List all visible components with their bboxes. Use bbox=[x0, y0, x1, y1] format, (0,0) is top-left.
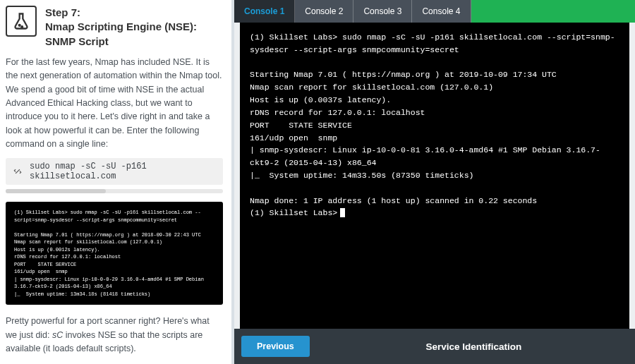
step-title-line1: Nmap Scripting Engine (NSE): bbox=[45, 20, 197, 32]
instructions-panel[interactable]: Step 7: Nmap Scripting Engine (NSE): SNM… bbox=[0, 0, 234, 364]
example-output: (1) Skillset Labs> sudo nmap -sC -sU -p1… bbox=[6, 202, 223, 305]
console-tab-bar: Console 1 Console 2 Console 3 Console 4 bbox=[234, 0, 635, 23]
command-scrollbar[interactable] bbox=[6, 189, 223, 193]
terminal[interactable]: (1) Skillset Labs> sudo nmap -sC -sU -p1… bbox=[240, 23, 629, 329]
intro-text: For the last few years, Nmap has include… bbox=[6, 56, 223, 152]
lab-panel: Console 1 Console 2 Console 3 Console 4 … bbox=[234, 0, 635, 364]
tab-console-3[interactable]: Console 3 bbox=[353, 0, 412, 23]
previous-button[interactable]: Previous bbox=[241, 336, 310, 357]
command-text: sudo nmap -sC -sU -p161 skillsetlocal.co… bbox=[30, 162, 217, 181]
explain-1: Pretty powerful for a port scanner right… bbox=[6, 315, 223, 356]
step-header: Step 7: Nmap Scripting Engine (NSE): SNM… bbox=[6, 6, 223, 49]
step-title: Step 7: Nmap Scripting Engine (NSE): SNM… bbox=[45, 6, 197, 49]
terminal-output: (1) Skillset Labs> sudo nmap -sC -sU -p1… bbox=[250, 32, 615, 217]
flask-icon bbox=[6, 6, 37, 37]
tab-console-4[interactable]: Console 4 bbox=[412, 0, 471, 23]
cursor-icon bbox=[340, 208, 345, 217]
expand-icon[interactable] bbox=[11, 165, 24, 178]
tab-console-2[interactable]: Console 2 bbox=[295, 0, 353, 23]
step-title-line2: SNMP Script bbox=[45, 35, 109, 47]
svg-point-0 bbox=[19, 25, 20, 26]
lab-title: Service Identification bbox=[320, 341, 628, 352]
tab-console-1[interactable]: Console 1 bbox=[234, 0, 295, 23]
bottom-bar: Previous Service Identification bbox=[234, 329, 635, 364]
command-row[interactable]: sudo nmap -sC -sU -p161 skillsetlocal.co… bbox=[6, 158, 223, 185]
step-number: Step 7: bbox=[45, 6, 197, 20]
svg-point-1 bbox=[21, 26, 23, 28]
